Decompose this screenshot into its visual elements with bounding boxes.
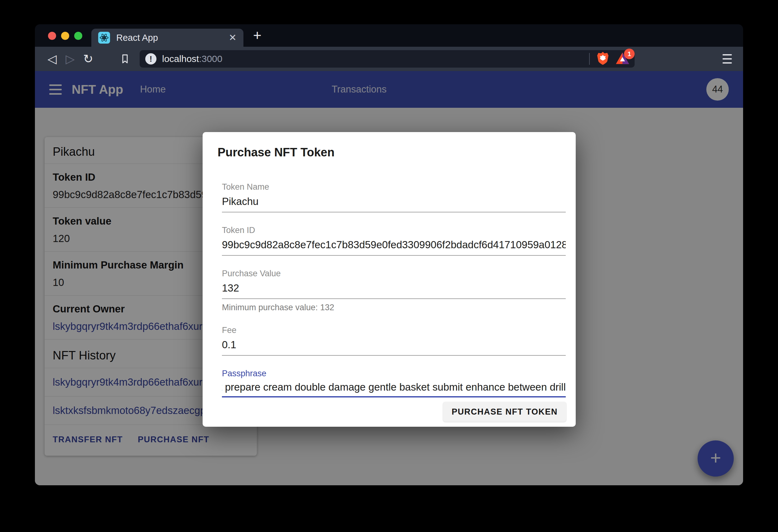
modal-title: Purchase NFT Token: [218, 146, 561, 159]
fee-field: Fee 0.1: [222, 326, 566, 356]
purchase-nft-token-button[interactable]: PURCHASE NFT TOKEN: [443, 402, 566, 422]
brave-rewards-icon[interactable]: 1: [616, 52, 629, 65]
field-label: Fee: [222, 326, 566, 335]
address-bar[interactable]: ! localhost:3000 1: [140, 50, 635, 68]
url-text: localhost:3000: [162, 54, 222, 64]
site-info-icon[interactable]: !: [145, 53, 156, 65]
rewards-badge: 1: [624, 49, 635, 59]
browser-window: React App ✕ + ◁ ▷ ↻ ! localhost:3000: [35, 24, 743, 485]
back-icon[interactable]: ◁: [43, 53, 61, 65]
field-label: Purchase Value: [222, 269, 566, 278]
token-name-input[interactable]: Pikachu: [222, 196, 566, 212]
desktop: React App ✕ + ◁ ▷ ↻ ! localhost:3000: [0, 0, 778, 532]
token-name-field: Token Name Pikachu: [222, 182, 566, 212]
browser-menu-icon[interactable]: [722, 54, 732, 64]
window-controls: [48, 32, 82, 40]
purchase-value-field: Purchase Value 132 Minimum purchase valu…: [222, 269, 566, 313]
address-bar-actions: 1: [589, 52, 629, 66]
field-label: Passphrase: [222, 369, 566, 378]
tab-close-icon[interactable]: ✕: [229, 33, 237, 42]
tab-strip: React App ✕ +: [35, 24, 743, 47]
purchase-value-input[interactable]: 132: [222, 282, 566, 299]
token-id-field: Token ID 99bc9c9d82a8c8e7fec1c7b83d59e0f…: [222, 226, 566, 256]
tab-title: React App: [116, 33, 158, 43]
passphrase-field: Passphrase ct prepare cream double damag…: [222, 369, 566, 397]
brave-shield-icon[interactable]: [597, 52, 609, 66]
field-label: Token Name: [222, 182, 566, 192]
page-viewport: NFT App Home Transactions 44 Pikachu Tok…: [35, 71, 743, 485]
zoom-window-button[interactable]: [74, 32, 82, 40]
fee-input[interactable]: 0.1: [222, 339, 566, 356]
reload-icon[interactable]: ↻: [79, 53, 97, 65]
token-id-input[interactable]: 99bc9c9d82a8c8e7fec1c7b83d59e0fed3309906…: [222, 239, 566, 256]
browser-tab[interactable]: React App ✕: [91, 29, 243, 47]
browser-toolbar: ◁ ▷ ↻ ! localhost:3000 1: [35, 47, 743, 71]
purchase-nft-modal: Purchase NFT Token Token Name Pikachu To…: [203, 132, 576, 427]
passphrase-input[interactable]: ct prepare cream double damage gentle ba…: [222, 382, 566, 397]
new-tab-icon[interactable]: +: [253, 28, 261, 42]
toolbar-divider: [589, 53, 590, 65]
close-window-button[interactable]: [48, 32, 56, 40]
forward-icon[interactable]: ▷: [61, 53, 79, 65]
min-purchase-helper: Minimum purchase value: 132: [222, 303, 566, 313]
bookmark-icon[interactable]: [120, 54, 130, 64]
field-label: Token ID: [222, 226, 566, 235]
react-favicon-icon: [98, 32, 110, 43]
minimize-window-button[interactable]: [61, 32, 69, 40]
